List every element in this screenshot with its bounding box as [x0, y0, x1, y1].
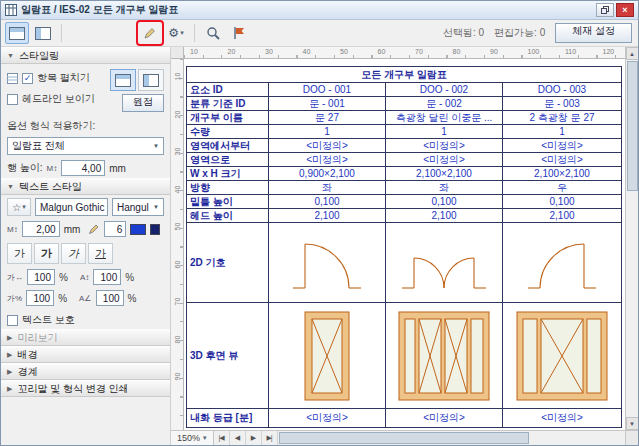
zoom-select-button[interactable] [201, 22, 225, 44]
nav-prev-button[interactable]: ◀ [230, 431, 246, 445]
horizontal-ruler[interactable]: 102030405060708090100110120 [184, 47, 625, 59]
border-section-header[interactable]: ▶ 경계 [1, 363, 170, 380]
row-height-input[interactable]: 4,00 [61, 160, 105, 176]
table-cell[interactable]: 측광창 달린 이중문 ... [386, 111, 503, 124]
table-cell[interactable]: DOO - 003 [503, 83, 621, 96]
zoom-control[interactable]: 150% ▾ [171, 431, 214, 445]
table-row: W x H 크기0,900×2,1002,100×2,1002,100×2,10… [187, 167, 621, 181]
ruler-number: 70 [415, 48, 423, 55]
horizontal-scroll-thumb[interactable] [279, 432, 529, 444]
pen-color-swatch[interactable] [130, 224, 146, 235]
background-section-header[interactable]: ▶ 배경 [1, 346, 170, 363]
vertical-scrollbar[interactable]: ▲ ▼ [625, 47, 638, 430]
table-cell[interactable]: 1 [386, 125, 503, 138]
scheme-settings-button[interactable]: 체재 설정 [555, 23, 632, 43]
table-cell[interactable]: DOO - 002 [386, 83, 503, 96]
char-scale-input[interactable]: 100 [26, 290, 54, 306]
format-pen-button[interactable] [138, 22, 162, 44]
font-size-input[interactable]: 2,00 [22, 221, 60, 237]
nav-last-button[interactable]: ▶| [262, 431, 278, 445]
table-cell[interactable]: 1 [269, 125, 386, 138]
preview-section-title: 미리보기 [17, 331, 57, 345]
preview-section-header[interactable]: ▶ 미리보기 [1, 329, 170, 346]
text-protect-checkbox[interactable] [7, 315, 18, 326]
table-cell[interactable]: <미정의> [503, 409, 621, 427]
table-cell[interactable]: 2,100 [386, 209, 503, 222]
ruler-number: 110 [565, 48, 576, 55]
nav-first-button[interactable]: |◀ [214, 431, 230, 445]
headline-orientation-left-button[interactable] [138, 69, 164, 91]
restore-button[interactable] [596, 3, 614, 17]
apply-format-value: 일람표 전체 [12, 139, 65, 153]
table-cell[interactable]: 0,900×2,100 [269, 167, 386, 180]
view-style-a-button[interactable] [5, 22, 29, 44]
door-3d-view-single[interactable] [269, 303, 386, 408]
horizontal-scrollbar[interactable] [278, 431, 625, 445]
table-cell[interactable]: 2,100 [269, 209, 386, 222]
styling-section-header[interactable]: ▼ 스타일링 [1, 47, 170, 64]
vertical-ruler[interactable]: 102030405060708090 [171, 59, 184, 430]
char-slant-icon: A∠ [79, 294, 92, 303]
apply-format-dropdown[interactable]: 일람표 전체 ▼ [7, 137, 164, 155]
table-cell[interactable]: <미정의> [503, 139, 621, 152]
line-spacing-input[interactable]: 100 [93, 269, 121, 285]
text-style-section-header[interactable]: ▼ 텍스트 스타일 [1, 178, 170, 195]
star-icon: ☆ [12, 202, 21, 213]
table-cell[interactable]: 문 - 003 [503, 97, 621, 110]
script-dropdown[interactable]: Hangul ▼ [112, 198, 164, 216]
font-dropdown[interactable]: Malgun Gothic ▼ [35, 198, 108, 216]
expand-items-checkbox[interactable]: ✓ [22, 73, 33, 84]
table-cell[interactable]: <미정의> [386, 153, 503, 166]
char-slant-input[interactable]: 100 [96, 290, 124, 306]
settings-gear-button[interactable]: ⚙ ▾ [164, 22, 188, 44]
pen-number-input[interactable]: 6 [104, 221, 126, 237]
headline-orientation-top-button[interactable] [110, 69, 136, 91]
script-name: Hangul [117, 202, 149, 213]
table-cell[interactable]: <미정의> [503, 153, 621, 166]
table-cell[interactable]: 문 - 001 [269, 97, 386, 110]
table-cell[interactable]: 우 [503, 181, 621, 194]
nav-next-button[interactable]: ▶ [246, 431, 262, 445]
background-section-title: 배경 [17, 348, 37, 362]
table-cell[interactable]: <미정의> [269, 153, 386, 166]
font-style-italic-button[interactable]: 가 [61, 243, 86, 264]
door-2d-symbol-single-left[interactable] [269, 223, 386, 302]
door-2d-symbol-single-right[interactable] [503, 223, 621, 302]
vertical-scroll-thumb[interactable] [627, 61, 638, 191]
table-cell[interactable]: 2 측광창 문 27 [503, 111, 621, 124]
table-cell[interactable]: 2,100 [503, 209, 621, 222]
font-style-underline-button[interactable]: 가 [88, 243, 113, 264]
table-cell[interactable]: <미정의> [386, 139, 503, 152]
view-style-b-button[interactable] [31, 22, 55, 44]
table-cell[interactable]: 문 27 [269, 111, 386, 124]
door-3d-view-two-sidelights[interactable] [503, 303, 621, 408]
table-cell[interactable]: <미정의> [386, 409, 503, 427]
favorite-style-button[interactable]: ☆ ▾ [7, 198, 31, 216]
secondary-color-swatch[interactable] [150, 224, 160, 235]
table-cell[interactable]: 1 [503, 125, 621, 138]
flag-button[interactable] [227, 22, 251, 44]
font-style-bold-button[interactable]: 가 [34, 243, 59, 264]
scroll-up-button[interactable]: ▲ [626, 47, 639, 60]
table-cell[interactable]: 0,100 [269, 195, 386, 208]
table-cell[interactable]: 2,100×2,100 [503, 167, 621, 180]
table-cell[interactable]: <미정의> [269, 409, 386, 427]
door-3d-view-double-sidelight[interactable] [386, 303, 503, 408]
show-headline-checkbox[interactable] [7, 94, 18, 105]
percent-label: % [59, 272, 68, 283]
table-cell[interactable]: <미정의> [269, 139, 386, 152]
scroll-down-button[interactable]: ▼ [626, 417, 639, 430]
font-style-normal-button[interactable]: 가 [7, 243, 32, 264]
table-cell[interactable]: 2,100×2,100 [386, 167, 503, 180]
origin-button[interactable]: 원점 [122, 94, 164, 112]
table-cell[interactable]: 좌 [269, 181, 386, 194]
table-cell[interactable]: 0,100 [386, 195, 503, 208]
door-2d-symbol-double[interactable] [386, 223, 503, 302]
footer-section-header[interactable]: ▶ 꼬리말 및 형식 변경 인쇄 [1, 380, 170, 397]
table-cell[interactable]: DOO - 001 [269, 83, 386, 96]
close-button[interactable]: × [616, 3, 634, 17]
table-cell[interactable]: 좌 [386, 181, 503, 194]
table-cell[interactable]: 0,100 [503, 195, 621, 208]
char-width-input[interactable]: 100 [27, 269, 55, 285]
table-cell[interactable]: 문 - 002 [386, 97, 503, 110]
